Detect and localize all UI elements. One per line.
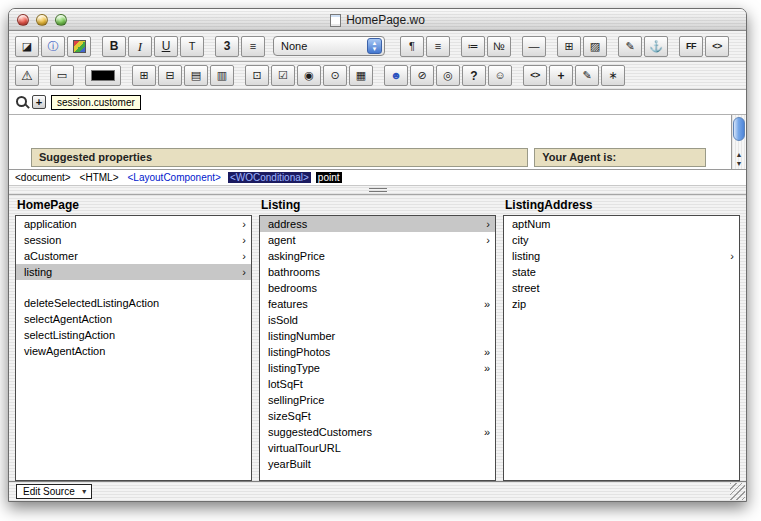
property-row[interactable]: city xyxy=(504,232,739,248)
table-grid-icon[interactable]: ⊞ xyxy=(132,65,156,86)
circled-dot-icon[interactable]: ⊙ xyxy=(323,65,347,86)
property-row[interactable]: listingType » xyxy=(260,360,495,376)
scroll-down-icon[interactable]: ▼ xyxy=(732,159,746,168)
path-item[interactable]: <HTML> xyxy=(78,172,121,183)
wo-source-button[interactable]: <> xyxy=(705,36,729,57)
person-icon[interactable]: ☻ xyxy=(384,65,408,86)
bullet-list-icon[interactable]: ≔ xyxy=(461,36,485,57)
chevron-right-icon: › xyxy=(238,250,246,262)
heading-level-button[interactable]: 3 xyxy=(215,36,239,57)
info-icon[interactable]: ⓘ xyxy=(41,36,65,57)
question-icon[interactable]: ? xyxy=(462,65,486,86)
numbered-list-icon[interactable]: № xyxy=(487,36,511,57)
property-row[interactable]: agent › xyxy=(260,232,495,248)
property-row[interactable]: features » xyxy=(260,296,495,312)
property-row[interactable]: listing › xyxy=(504,248,739,264)
path-item[interactable]: <document> xyxy=(13,172,73,183)
browser-column-listingaddress: ListingAddress aptNum city xyxy=(503,196,740,481)
chevron-right-icon: › xyxy=(238,218,246,230)
property-row[interactable]: application › xyxy=(16,216,251,232)
horizontal-rule-icon[interactable]: — xyxy=(522,36,546,57)
property-row[interactable]: lotSqFt xyxy=(260,376,495,392)
browser-column-homepage: HomePage application › session › xyxy=(15,196,252,481)
property-row[interactable]: sizeSqFt xyxy=(260,408,495,424)
pane-splitter[interactable] xyxy=(9,186,746,195)
plus-crosshair-icon[interactable]: + xyxy=(549,65,573,86)
person-outline-icon[interactable]: ☺ xyxy=(488,65,512,86)
edit-source-popup[interactable]: Edit Source ▼ xyxy=(16,484,92,499)
zoom-button[interactable] xyxy=(55,14,67,26)
palette-icon[interactable] xyxy=(67,36,91,57)
property-row[interactable]: zip xyxy=(504,296,739,312)
property-row[interactable]: state xyxy=(504,264,739,280)
code-brackets-icon[interactable]: <> xyxy=(523,65,547,86)
boxed-dot-icon[interactable]: ⊡ xyxy=(245,65,269,86)
slashed-circle-icon[interactable]: ⊘ xyxy=(410,65,434,86)
property-row[interactable]: aCustomer › xyxy=(16,248,251,264)
property-row[interactable]: viewAgentAction xyxy=(16,343,251,359)
asterisk-icon[interactable]: ∗ xyxy=(601,65,625,86)
property-row[interactable]: suggestedCustomers » xyxy=(260,424,495,440)
checkbox-icon[interactable]: ☑ xyxy=(271,65,295,86)
underline-button[interactable]: U xyxy=(154,36,178,57)
property-row[interactable]: yearBuilt xyxy=(260,456,495,472)
path-item[interactable]: point xyxy=(316,172,342,183)
radio-button-icon[interactable]: ◉ xyxy=(297,65,321,86)
property-row[interactable]: bedrooms xyxy=(260,280,495,296)
path-item[interactable]: <LayoutComponent> xyxy=(126,172,223,183)
your-agent-header[interactable]: Your Agent is: xyxy=(534,148,706,167)
align-lines-icon[interactable]: ≡ xyxy=(426,36,450,57)
path-item[interactable]: <WOConditional> xyxy=(228,172,311,183)
black-color-well[interactable] xyxy=(85,65,121,86)
property-row[interactable]: listingPhotos » xyxy=(260,344,495,360)
popup-arrows-icon: ▲▼ xyxy=(367,38,382,54)
image-icon[interactable]: ▨ xyxy=(583,36,607,57)
add-key-button[interactable]: + xyxy=(32,95,46,109)
pilcrow-button[interactable]: ¶ xyxy=(400,36,424,57)
property-row[interactable]: session › xyxy=(16,232,251,248)
property-row[interactable]: isSold xyxy=(260,312,495,328)
eraser-icon[interactable]: ◪ xyxy=(15,36,39,57)
paragraph-style-icon[interactable]: ≡ xyxy=(241,36,265,57)
property-row[interactable]: street xyxy=(504,280,739,296)
bold-button[interactable]: B xyxy=(102,36,126,57)
italic-button[interactable]: I xyxy=(128,36,152,57)
property-row[interactable]: selectAgentAction xyxy=(16,311,251,327)
close-button[interactable] xyxy=(17,14,29,26)
property-row[interactable]: askingPrice xyxy=(260,248,495,264)
monitor-icon[interactable]: ▦ xyxy=(349,65,373,86)
table-columns-icon[interactable]: ▥ xyxy=(210,65,234,86)
format-popup[interactable]: None ▲▼ xyxy=(273,36,385,56)
draw-tool-icon[interactable]: ✎ xyxy=(575,65,599,86)
property-row[interactable]: deleteSelectedListingAction xyxy=(16,295,251,311)
tab-shape-icon[interactable]: ▭ xyxy=(50,65,74,86)
resize-grip[interactable] xyxy=(730,483,745,500)
chevron-right-icon: » xyxy=(480,362,490,374)
teletype-button[interactable]: T xyxy=(180,36,204,57)
property-row[interactable]: address › xyxy=(260,216,495,232)
property-row[interactable]: virtualTourURL xyxy=(260,440,495,456)
property-row[interactable]: listing › xyxy=(16,264,251,280)
table-icon[interactable]: ⊞ xyxy=(557,36,581,57)
pen-icon[interactable]: ✎ xyxy=(618,36,642,57)
property-row[interactable]: selectListingAction xyxy=(16,327,251,343)
vertical-scrollbar[interactable]: ▲ ▼ xyxy=(731,115,746,169)
magnifier-icon[interactable] xyxy=(14,94,30,110)
title-bar[interactable]: HomePage.wo xyxy=(9,9,746,31)
property-row[interactable]: sellingPrice xyxy=(260,392,495,408)
property-row[interactable]: aptNum xyxy=(504,216,739,232)
chevron-right-icon: › xyxy=(482,218,490,230)
frames-button[interactable]: FF xyxy=(679,36,703,57)
property-row[interactable]: listingNumber xyxy=(260,328,495,344)
chevron-right-icon: › xyxy=(238,266,246,278)
table-rows-icon[interactable]: ▤ xyxy=(184,65,208,86)
warning-triangle-icon[interactable]: ⚠ xyxy=(15,65,39,86)
property-row[interactable]: bathrooms xyxy=(260,264,495,280)
scroll-up-icon[interactable]: ▲ xyxy=(732,150,746,159)
bullseye-icon[interactable]: ◎ xyxy=(436,65,460,86)
table-remove-icon[interactable]: ⊟ xyxy=(158,65,182,86)
suggested-properties-header[interactable]: Suggested properties xyxy=(31,148,528,167)
scrollbar-thumb[interactable] xyxy=(733,117,745,141)
minimize-button[interactable] xyxy=(36,14,48,26)
anchor-icon[interactable]: ⚓ xyxy=(644,36,668,57)
